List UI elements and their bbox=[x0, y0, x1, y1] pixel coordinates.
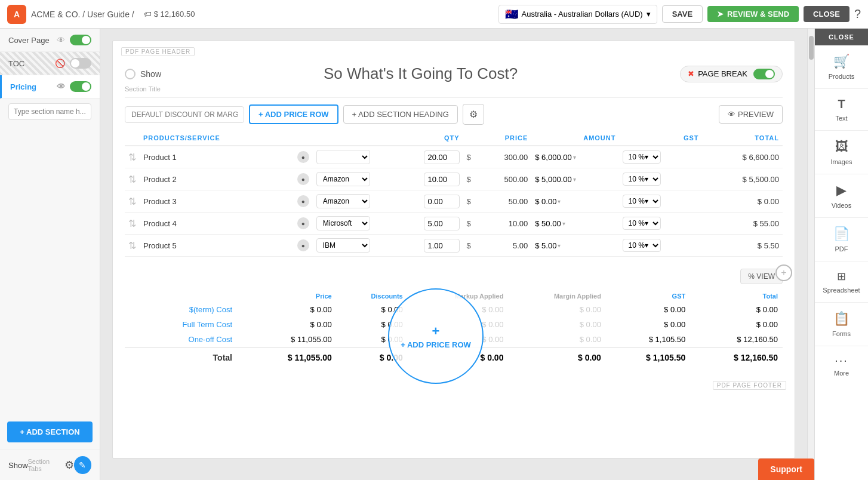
sidebar-item-forms[interactable]: 📋 Forms bbox=[815, 303, 868, 346]
gst-select[interactable]: 10 %▾ bbox=[623, 150, 661, 164]
amount-value: $ 5,000.00 ▾ bbox=[535, 175, 615, 184]
main-layout: Cover Page 👁 TOC 🚫 Pricing 👁 + ADD SECT bbox=[0, 29, 868, 480]
sidebar-item-pdf[interactable]: 📄 PDF bbox=[815, 218, 868, 261]
row-action-icon[interactable]: ● bbox=[297, 195, 309, 207]
help-button[interactable]: ? bbox=[854, 7, 861, 21]
sidebar-item-images[interactable]: 🖼 Images bbox=[815, 131, 868, 174]
breadcrumb: ACME & CO. / User Guide / bbox=[31, 10, 134, 19]
vendor-select[interactable]: AmazonMicrosoftIBMGoogleApple bbox=[316, 216, 370, 230]
total-value: $ 0.00 bbox=[703, 190, 783, 213]
review-send-button[interactable]: ➤ REVIEW & SEND bbox=[707, 6, 799, 22]
pdf-icon: 📄 bbox=[833, 226, 849, 242]
forms-icon: 📋 bbox=[833, 311, 849, 327]
row-action-icon[interactable]: ● bbox=[297, 239, 309, 251]
sidebar-toc-label: TOC bbox=[8, 59, 24, 68]
page-break-label: PAGE BREAK bbox=[698, 69, 747, 78]
qty-input[interactable] bbox=[424, 195, 460, 208]
drag-handle[interactable]: ⇅ bbox=[128, 196, 136, 207]
preview-icon: 👁 bbox=[728, 110, 735, 119]
drag-handle[interactable]: ⇅ bbox=[128, 174, 136, 184]
add-row-plus-button[interactable]: + bbox=[775, 264, 792, 281]
page-break-button[interactable]: ✖ PAGE BREAK bbox=[680, 66, 783, 82]
pdf-header-label: PDF PAGE HEADER bbox=[121, 47, 195, 56]
page-wrapper: PDF PAGE HEADER Show So What's It Going … bbox=[112, 41, 795, 459]
gst-select[interactable]: 10 %▾ bbox=[623, 217, 661, 230]
summary-gst: $ 1,105.50 bbox=[606, 347, 690, 365]
qty-input[interactable] bbox=[424, 217, 460, 230]
amount-chevron-icon[interactable]: ▾ bbox=[558, 242, 561, 249]
left-sidebar: Cover Page 👁 TOC 🚫 Pricing 👁 + ADD SECT bbox=[0, 29, 100, 480]
vendor-select[interactable]: AmazonMicrosoftIBMGoogleApple bbox=[316, 238, 370, 253]
sidebar-item-cover-page[interactable]: Cover Page 👁 bbox=[0, 29, 100, 52]
qty-input[interactable] bbox=[424, 173, 460, 186]
amount-chevron-icon[interactable]: ▾ bbox=[573, 154, 576, 161]
qty-input[interactable] bbox=[424, 150, 460, 164]
sidebar-item-toc[interactable]: TOC 🚫 bbox=[0, 52, 100, 75]
edit-button[interactable]: ✎ bbox=[74, 456, 91, 474]
plus-icon: + bbox=[432, 324, 440, 339]
add-price-row-button[interactable]: + ADD PRICE ROW bbox=[249, 104, 338, 124]
drag-handle[interactable]: ⇅ bbox=[128, 219, 136, 229]
qty-input[interactable] bbox=[424, 239, 460, 253]
col-amount: AMOUNT bbox=[531, 131, 619, 146]
region-label: Australia - Australian Dollars (AUD) bbox=[522, 10, 643, 19]
discount-input[interactable] bbox=[125, 106, 244, 123]
save-button[interactable]: SAVE bbox=[662, 5, 703, 23]
preview-button[interactable]: 👁 PREVIEW bbox=[719, 105, 783, 124]
add-section-heading-button[interactable]: + ADD SECTION HEADING bbox=[343, 105, 458, 124]
total-value: $ 6,600.00 bbox=[703, 146, 783, 168]
amount-chevron-icon[interactable]: ▾ bbox=[562, 220, 565, 227]
toc-toggle[interactable] bbox=[70, 58, 91, 69]
vendor-select[interactable]: AmazonMicrosoftIBMGoogleApple bbox=[316, 172, 370, 186]
amount-value: $ 5.00 ▾ bbox=[535, 241, 615, 250]
section-name-input[interactable] bbox=[8, 103, 91, 120]
more-label: More bbox=[834, 370, 849, 377]
sidebar-item-text[interactable]: T Text bbox=[815, 89, 868, 131]
sidebar-item-pricing[interactable]: Pricing 👁 bbox=[0, 75, 100, 99]
summary-price: $ 11,055.00 bbox=[244, 347, 337, 365]
show-radio[interactable] bbox=[125, 69, 136, 79]
table-row: ⇅ Product 3 ● AmazonMicrosoftIBMGoogleAp… bbox=[125, 190, 783, 213]
products-label: Products bbox=[829, 73, 854, 80]
gear-button[interactable]: ⚙ bbox=[463, 104, 484, 125]
amount-chevron-icon[interactable]: ▾ bbox=[573, 176, 576, 183]
drag-handle[interactable]: ⇅ bbox=[128, 241, 136, 251]
text-icon: T bbox=[838, 97, 845, 111]
price-value: 5.00 bbox=[513, 241, 528, 250]
gst-select[interactable]: 10 %▾ bbox=[623, 173, 661, 186]
show-section-tabs-label: Show bbox=[8, 461, 28, 470]
row-action-icon[interactable]: ● bbox=[297, 217, 309, 229]
vendor-select[interactable]: AmazonMicrosoftIBMGoogleApple bbox=[316, 194, 370, 208]
drag-handle[interactable]: ⇅ bbox=[128, 152, 136, 162]
close-button[interactable]: CLOSE bbox=[804, 6, 849, 22]
sidebar-item-spreadsheet[interactable]: ⊞ Spreadsheet bbox=[815, 261, 868, 303]
support-button[interactable]: Support bbox=[758, 459, 814, 480]
row-action-icon[interactable]: ● bbox=[297, 151, 309, 163]
scroll-thumb[interactable] bbox=[809, 36, 814, 60]
currency-symbol: $ bbox=[467, 175, 471, 184]
scrollbar[interactable] bbox=[807, 29, 814, 480]
currency-symbol: $ bbox=[467, 153, 471, 162]
sidebar-bottom: + ADD SECTION Show Section Tabs ⚙ ✎ bbox=[0, 414, 100, 480]
settings-icon[interactable]: ⚙ bbox=[64, 459, 74, 472]
row-action-icon[interactable]: ● bbox=[297, 173, 309, 185]
sidebar-footer: Show Section Tabs ⚙ ✎ bbox=[0, 450, 100, 480]
cover-page-toggle[interactable] bbox=[70, 35, 91, 45]
add-price-row-overlay[interactable]: + + ADD PRICE ROW bbox=[388, 288, 484, 384]
add-section-button[interactable]: + ADD SECTION bbox=[7, 421, 93, 442]
sidebar-item-videos[interactable]: ▶ Videos bbox=[815, 174, 868, 218]
vendor-select[interactable]: AmazonMicrosoftIBMGoogleApple bbox=[316, 150, 370, 164]
amount-chevron-icon[interactable]: ▾ bbox=[558, 198, 561, 205]
show-label: Show bbox=[140, 69, 161, 79]
gst-select[interactable]: 10 %▾ bbox=[623, 195, 661, 208]
section-title-label: Section Title bbox=[125, 85, 783, 93]
sidebar-item-products[interactable]: 🛒 Products bbox=[815, 45, 868, 89]
section-tabs-label: Section Tabs bbox=[28, 458, 64, 472]
right-close-button[interactable]: CLOSE bbox=[815, 29, 868, 45]
region-selector[interactable]: 🇦🇺 Australia - Australian Dollars (AUD) … bbox=[498, 5, 657, 24]
videos-label: Videos bbox=[832, 202, 851, 209]
more-button[interactable]: ··· More bbox=[829, 346, 854, 384]
gst-select[interactable]: 10 %▾ bbox=[623, 239, 661, 252]
pricing-toggle[interactable] bbox=[70, 81, 91, 92]
pricing-toolbar: + ADD PRICE ROW + ADD SECTION HEADING ⚙ … bbox=[125, 97, 783, 131]
